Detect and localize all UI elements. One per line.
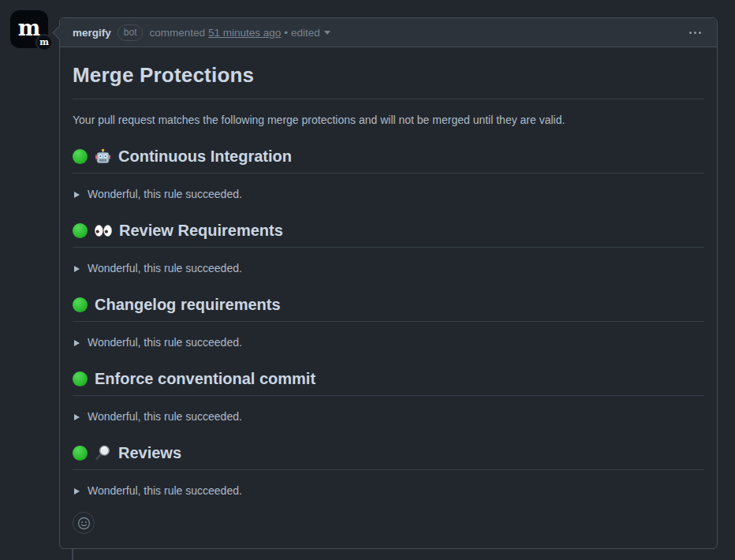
section-heading: Review Requirements <box>73 220 704 248</box>
section-heading: Reviews <box>73 442 704 470</box>
green-circle-icon <box>73 149 88 164</box>
section-title: Enforce conventional commit <box>95 368 315 389</box>
green-circle-icon <box>73 297 88 312</box>
green-circle-icon <box>73 223 88 238</box>
section-title: Reviews <box>118 442 181 463</box>
timeline-connector-line <box>72 549 73 560</box>
timestamp-link[interactable]: 51 minutes ago <box>208 27 281 39</box>
bot-badge: bot <box>118 24 144 41</box>
rule-summary[interactable]: Wonderful, this rule succeeded. <box>73 260 704 277</box>
author-link[interactable]: mergify <box>73 27 111 39</box>
rule-details[interactable]: Wonderful, this rule succeeded. <box>73 334 704 351</box>
rule-summary[interactable]: Wonderful, this rule succeeded. <box>73 483 704 499</box>
rule-details[interactable]: Wonderful, this rule succeeded. <box>73 409 704 425</box>
add-reaction-button[interactable] <box>73 512 95 534</box>
rule-details[interactable]: Wonderful, this rule succeeded. <box>73 483 704 499</box>
rule-summary[interactable]: Wonderful, this rule succeeded. <box>73 186 704 203</box>
section-heading: Continuous Integration <box>73 146 704 174</box>
comment-header: mergify bot commented 51 minutes ago • e… <box>60 18 717 47</box>
edited-dropdown[interactable]: edited <box>291 27 330 39</box>
triangle-down-icon <box>324 31 330 35</box>
comment-card: mergify bot commented 51 minutes ago • e… <box>59 17 718 549</box>
author-avatar[interactable]: m m <box>10 10 48 48</box>
dot-separator: • <box>284 27 288 39</box>
reaction-row <box>73 512 704 536</box>
section-title: Continuous Integration <box>118 146 292 166</box>
rule-details[interactable]: Wonderful, this rule succeeded. <box>73 260 704 277</box>
magnifier-icon <box>95 445 111 461</box>
rule-details[interactable]: Wonderful, this rule succeeded. <box>73 186 704 203</box>
kebab-menu-button[interactable] <box>686 27 704 39</box>
merge-protection-section: Changelog requirements Wonderful, this r… <box>73 294 704 351</box>
kebab-horizontal-icon <box>689 32 692 34</box>
mergify-avatar-badge-icon: m <box>35 34 53 51</box>
intro-text: Your pull request matches the following … <box>73 112 704 129</box>
section-heading: Enforce conventional commit <box>73 368 704 396</box>
edited-label: edited <box>291 27 320 39</box>
mergify-logo-letter: m <box>18 17 41 39</box>
green-circle-icon <box>73 446 88 461</box>
rule-summary[interactable]: Wonderful, this rule succeeded. <box>73 334 704 351</box>
merge-protection-section: Enforce conventional commit Wonderful, t… <box>73 368 704 425</box>
page-title: Merge Protections <box>73 60 704 99</box>
eyes-icon <box>95 225 112 237</box>
mergify-badge-letter: m <box>39 38 49 47</box>
timeline-comment-wrapper: mergify bot commented 51 minutes ago • e… <box>59 17 718 560</box>
comment-body: Merge Protections Your pull request matc… <box>60 47 717 548</box>
green-circle-icon <box>73 371 88 386</box>
merge-protection-section: Continuous Integration Wonderful, this r… <box>73 146 704 203</box>
section-heading: Changelog requirements <box>73 294 704 322</box>
robot-icon <box>95 148 111 165</box>
merge-protection-section: Review Requirements Wonderful, this rule… <box>73 220 704 277</box>
section-title: Changelog requirements <box>95 294 281 315</box>
comment-meta: commented 51 minutes ago • edited <box>149 27 330 39</box>
section-title: Review Requirements <box>119 220 283 241</box>
rule-summary[interactable]: Wonderful, this rule succeeded. <box>73 409 704 425</box>
merge-protection-section: Reviews Wonderful, this rule succeeded. <box>73 442 704 499</box>
action-label: commented <box>149 27 205 39</box>
smiley-icon <box>77 517 91 530</box>
